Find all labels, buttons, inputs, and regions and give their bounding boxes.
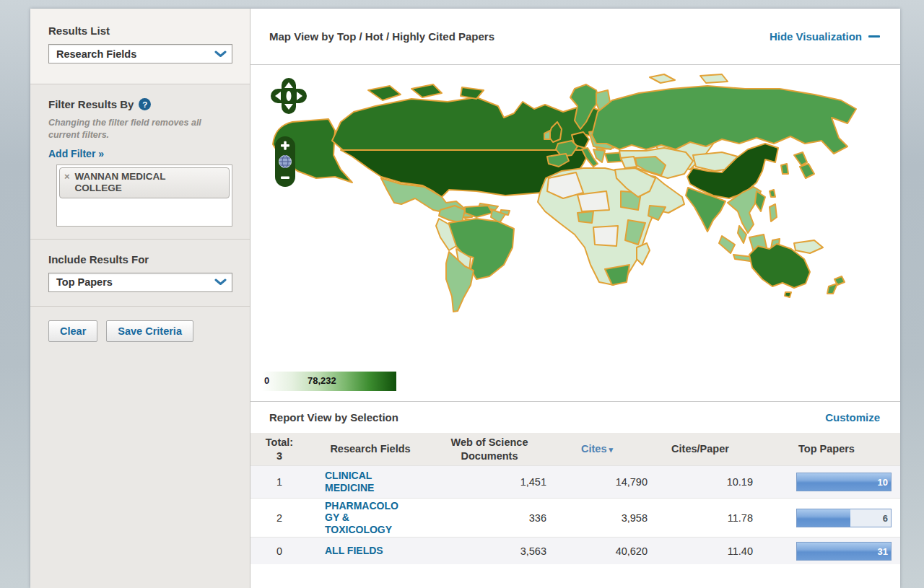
include-results-heading: Include Results For	[48, 253, 232, 266]
report-table: Total: 3 Research Fields Web of Science …	[250, 433, 900, 564]
continent-africa	[538, 168, 684, 285]
sort-desc-icon: ▾	[609, 445, 613, 454]
results-list-selected-value: Research Fields	[56, 48, 136, 60]
include-results-selected-value: Top Papers	[56, 276, 113, 288]
filter-section: Filter Results By ? Changing the filter …	[30, 84, 250, 227]
filter-tag-label: WANNAN MEDICAL COLLEGE	[75, 171, 183, 194]
filter-heading: Filter Results By	[48, 98, 134, 110]
results-list-heading: Results List	[48, 25, 232, 37]
documents-value: 336	[432, 512, 546, 524]
remove-icon[interactable]: ×	[64, 171, 70, 183]
top-papers-bar: 10	[796, 473, 892, 491]
table-header-row: Total: 3 Research Fields Web of Science …	[250, 433, 900, 465]
map-pan-control[interactable]	[269, 76, 308, 118]
legend-min-value: 0	[264, 375, 269, 386]
map-header: Map View by Top / Hot / Highly Cited Pap…	[250, 9, 900, 65]
column-header-cites-per-paper[interactable]: Cites/Paper	[648, 442, 753, 455]
column-header-documents[interactable]: Web of Science Documents	[432, 436, 546, 462]
cites-label: Cites	[581, 443, 606, 455]
include-results-dropdown[interactable]: Top Papers	[48, 273, 232, 292]
row-rank: 0	[250, 545, 308, 557]
map-zoom-control[interactable]	[274, 136, 296, 188]
sidebar-actions: Clear Save Criteria	[30, 306, 250, 342]
cites-per-paper-value: 11.40	[648, 545, 753, 557]
continent-oceania	[719, 234, 845, 297]
clear-button[interactable]: Clear	[48, 320, 97, 342]
map-area: 0 78,232	[250, 65, 900, 401]
filter-tag-list: × WANNAN MEDICAL COLLEGE	[56, 164, 232, 227]
field-link[interactable]: PHARMACOLOGY & TOXICOLOGY	[325, 500, 403, 536]
column-header-total: Total: 3	[250, 436, 308, 462]
total-count: 3	[250, 449, 308, 462]
cites-per-paper-value: 10.19	[648, 476, 753, 488]
cites-value: 40,620	[546, 545, 648, 557]
customize-link[interactable]: Customize	[825, 411, 880, 424]
top-papers-bar: 31	[796, 542, 892, 561]
field-link[interactable]: CLINICAL MEDICINE	[325, 470, 403, 493]
sidebar: Results List Research Fields Filter Resu…	[30, 9, 250, 588]
map-title: Map View by Top / Hot / Highly Cited Pap…	[269, 30, 494, 43]
row-rank: 2	[250, 512, 308, 524]
save-criteria-button[interactable]: Save Criteria	[106, 320, 193, 342]
cites-value: 14,790	[546, 476, 648, 488]
filter-tag[interactable]: × WANNAN MEDICAL COLLEGE	[59, 167, 230, 198]
row-rank: 1	[250, 476, 308, 488]
help-icon[interactable]: ?	[139, 98, 151, 110]
report-title: Report View by Selection	[269, 411, 398, 424]
minimize-icon	[868, 35, 880, 38]
main-panel: Map View by Top / Hot / Highly Cited Pap…	[250, 9, 900, 588]
continent-south-america	[436, 206, 514, 312]
chevron-down-icon	[214, 48, 227, 61]
table-row: 2 PHARMACOLOGY & TOXICOLOGY 336 3,958 11…	[250, 498, 900, 537]
top-papers-bar: 6	[796, 509, 892, 527]
field-link[interactable]: ALL FIELDS	[325, 545, 403, 557]
hide-visualization-label: Hide Visualization	[770, 30, 862, 43]
cites-per-paper-value: 11.78	[648, 512, 753, 524]
include-results-section: Include Results For Top Papers	[30, 239, 250, 292]
app-window: Results List Research Fields Filter Resu…	[30, 9, 900, 588]
top-papers-value: 6	[883, 512, 888, 523]
column-header-cites[interactable]: Cites▾	[546, 442, 648, 455]
documents-value: 3,563	[432, 545, 546, 557]
top-papers-value: 31	[878, 545, 888, 556]
cites-value: 3,958	[546, 512, 648, 524]
total-label: Total:	[250, 436, 308, 449]
results-list-section: Results List Research Fields	[30, 9, 250, 84]
documents-value: 1,451	[432, 476, 546, 488]
hide-visualization-link[interactable]: Hide Visualization	[770, 30, 880, 43]
filter-note: Changing the filter field removes all cu…	[48, 117, 222, 141]
results-list-dropdown[interactable]: Research Fields	[48, 44, 232, 63]
add-filter-link[interactable]: Add Filter »	[48, 148, 104, 159]
table-row: 0 ALL FIELDS 3,563 40,620 11.40 31	[250, 537, 900, 564]
column-header-research-fields[interactable]: Research Fields	[308, 442, 432, 455]
table-row: 1 CLINICAL MEDICINE 1,451 14,790 10.19 1…	[250, 465, 900, 498]
column-header-top-papers[interactable]: Top Papers	[753, 442, 900, 455]
map-legend: 0 78,232	[262, 372, 396, 391]
legend-max-value: 78,232	[308, 375, 336, 386]
report-header: Report View by Selection Customize	[250, 401, 900, 433]
world-map[interactable]	[260, 69, 900, 368]
top-papers-value: 10	[878, 477, 888, 488]
chevron-down-icon	[214, 276, 227, 289]
